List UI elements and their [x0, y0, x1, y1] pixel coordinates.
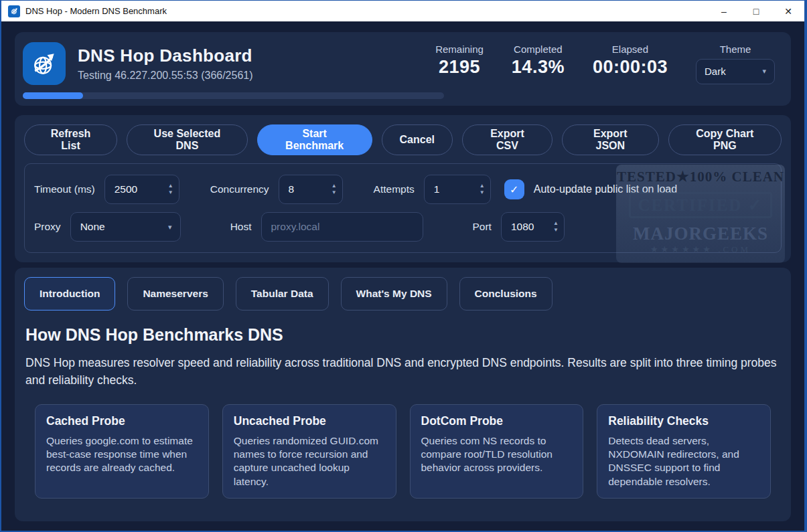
window-controls: – □ ✕ [708, 1, 804, 21]
copy-chart-png-button[interactable]: Copy Chart PNG [668, 124, 782, 155]
export-json-button[interactable]: Export JSON [562, 124, 659, 155]
spinner-up-icon[interactable]: ▲ [168, 183, 173, 189]
card-dotcom-probe: DotCom Probe Queries com NS records to c… [410, 404, 584, 499]
stat-elapsed: Elapsed 00:00:03 [593, 43, 668, 78]
spinner-up-icon[interactable]: ▲ [553, 221, 559, 226]
auto-update-label[interactable]: Auto-update public list on load [534, 183, 677, 195]
tab-whats-my-dns[interactable]: What's My DNS [341, 277, 447, 311]
auto-update-checkbox[interactable]: ✓ [504, 179, 524, 199]
stat-completed: Completed 14.3% [512, 43, 565, 78]
concurrency-stepper[interactable]: ▲ ▼ [279, 175, 343, 204]
check-icon: ✓ [510, 183, 518, 196]
settings-group: Timeout (ms) ▲ ▼ Concurrency ▲ [24, 163, 782, 253]
main-area: DNS Hop Dashboard Testing 46.227.200.55:… [1, 21, 804, 531]
concurrency-input[interactable] [289, 183, 327, 195]
tab-nameservers[interactable]: Nameservers [127, 277, 223, 311]
card-reliability-checks: Reliability Checks Detects dead servers,… [597, 404, 771, 499]
minimize-button[interactable]: – [708, 1, 740, 21]
card-body: Queries google.com to estimate best-case… [46, 434, 198, 475]
concurrency-label: Concurrency [210, 183, 269, 195]
start-benchmark-button[interactable]: Start Benchmark [257, 124, 372, 155]
app-logo-icon [8, 5, 20, 17]
theme-control: Theme Dark ▾ [696, 43, 775, 84]
spinner-down-icon[interactable]: ▼ [553, 228, 559, 233]
card-cached-probe: Cached Probe Queries google.com to estim… [35, 404, 209, 499]
refresh-list-button[interactable]: Refresh List [24, 124, 117, 155]
attempts-input[interactable] [434, 183, 475, 195]
progress-bar [23, 92, 444, 99]
port-stepper[interactable]: ▲ ▼ [501, 212, 565, 242]
window-title: DNS Hop - Modern DNS Benchmark [25, 6, 167, 16]
stat-remaining: Remaining 2195 [435, 43, 484, 78]
proxy-dropdown[interactable]: None ▾ [70, 212, 181, 242]
host-input[interactable] [261, 212, 423, 242]
card-body: Queries randomized GUID.com names to for… [234, 434, 385, 489]
toolbar-panel: Refresh List Use Selected DNS Start Benc… [15, 115, 791, 262]
progress-fill [23, 92, 83, 99]
tab-conclusions[interactable]: Conclusions [459, 277, 553, 311]
spinner-down-icon[interactable]: ▼ [168, 190, 173, 195]
toolbar-buttons: Refresh List Use Selected DNS Start Benc… [24, 124, 782, 155]
spinner-down-icon[interactable]: ▼ [332, 190, 337, 195]
theme-dropdown[interactable]: Dark ▾ [696, 59, 775, 84]
proxy-label: Proxy [34, 221, 61, 233]
card-uncached-probe: Uncached Probe Queries randomized GUID.c… [222, 404, 396, 499]
timeout-label: Timeout (ms) [34, 183, 95, 195]
card-title: DotCom Probe [421, 414, 573, 428]
card-body: Queries com NS records to compare root/T… [421, 434, 573, 475]
content-panel: Introduction Nameservers Tabular Data Wh… [15, 268, 791, 521]
chevron-down-icon: ▾ [762, 67, 766, 76]
tab-tabular-data[interactable]: Tabular Data [236, 277, 329, 311]
close-button[interactable]: ✕ [772, 1, 804, 21]
timeout-input[interactable] [115, 183, 164, 195]
tab-bar: Introduction Nameservers Tabular Data Wh… [24, 277, 782, 311]
cancel-button[interactable]: Cancel [382, 124, 453, 155]
section-heading: How DNS Hop Benchmarks DNS [25, 325, 780, 345]
app-window: DNS Hop - Modern DNS Benchmark – □ ✕ [0, 0, 807, 532]
host-label: Host [230, 221, 252, 233]
card-title: Uncached Probe [234, 414, 385, 428]
spinner-down-icon[interactable]: ▼ [480, 190, 485, 195]
use-selected-dns-button[interactable]: Use Selected DNS [127, 124, 248, 155]
section-description: DNS Hop measures resolver speed and reli… [25, 354, 780, 389]
attempts-label: Attempts [374, 183, 415, 195]
card-title: Reliability Checks [608, 414, 759, 428]
tab-introduction[interactable]: Introduction [24, 277, 115, 311]
probe-cards: Cached Probe Queries google.com to estim… [35, 404, 771, 499]
port-input[interactable] [511, 221, 549, 233]
chevron-down-icon: ▾ [168, 223, 172, 232]
testing-status: Testing 46.227.200.55:53 (366/2561) [78, 70, 253, 82]
stats-row: Remaining 2195 Completed 14.3% Elapsed 0… [435, 43, 775, 84]
card-body: Detects dead servers, NXDOMAIN redirecto… [608, 434, 759, 489]
export-csv-button[interactable]: Export CSV [462, 124, 553, 155]
spinner-up-icon[interactable]: ▲ [480, 183, 485, 189]
spinner-up-icon[interactable]: ▲ [332, 183, 337, 189]
maximize-button[interactable]: □ [740, 1, 772, 21]
title-bar: DNS Hop - Modern DNS Benchmark – □ ✕ [1, 0, 804, 21]
timeout-stepper[interactable]: ▲ ▼ [104, 175, 179, 204]
port-label: Port [473, 221, 492, 233]
dnshop-logo-icon [23, 42, 66, 85]
header-panel: DNS Hop Dashboard Testing 46.227.200.55:… [15, 32, 791, 106]
attempts-stepper[interactable]: ▲ ▼ [424, 175, 491, 204]
card-title: Cached Probe [46, 414, 198, 428]
page-title: DNS Hop Dashboard [78, 46, 253, 66]
